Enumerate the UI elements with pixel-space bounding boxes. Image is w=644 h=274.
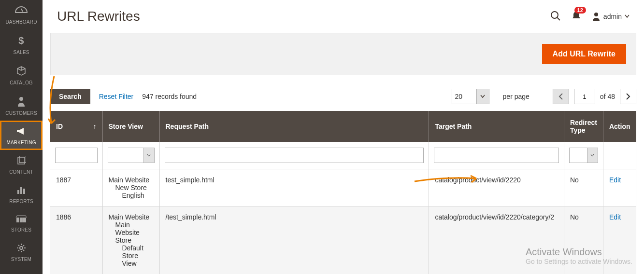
- svg-rect-2: [18, 157, 25, 164]
- svg-point-10: [20, 247, 23, 249]
- pager: of 48: [553, 89, 636, 104]
- cell-target: catalog/product/view/id/2220/category/2: [429, 206, 564, 274]
- sidebar-item-content[interactable]: CONTENT: [0, 150, 43, 179]
- sidebar-item-label: MARKETING: [6, 140, 36, 145]
- svg-rect-3: [19, 156, 26, 163]
- sidebar-item-label: SALES: [13, 50, 29, 55]
- cell-id: 1886: [50, 206, 102, 274]
- cell-store: Main Website New Store English: [102, 169, 159, 206]
- chevron-down-icon[interactable]: [587, 148, 598, 163]
- pager-page-input[interactable]: [574, 89, 595, 104]
- pager-next-button[interactable]: [620, 89, 636, 104]
- svg-rect-6: [23, 189, 25, 194]
- column-target-path[interactable]: Target Path: [429, 111, 564, 142]
- sidebar-item-label: SYSTEM: [11, 257, 31, 262]
- chevron-down-icon: [625, 14, 630, 18]
- table-row[interactable]: 1887 Main Website New Store English test…: [50, 169, 636, 206]
- sidebar-item-stores[interactable]: STORES: [0, 209, 43, 237]
- pager-prev-button[interactable]: [553, 89, 569, 104]
- page-title: URL Rewrites: [57, 9, 140, 24]
- notifications-badge: 12: [574, 7, 586, 14]
- action-bar: Add URL Rewrite: [50, 33, 636, 75]
- column-store-view[interactable]: Store View: [102, 111, 159, 142]
- sidebar-item-label: STORES: [11, 227, 31, 233]
- admin-sidebar: DASHBOARD $ SALES CATALOG CUSTOMERS MARK…: [0, 0, 43, 274]
- svg-line-12: [557, 17, 560, 20]
- filter-store-select[interactable]: [108, 148, 155, 163]
- cell-request: /test_simple.html: [159, 206, 429, 274]
- stores-icon: [2, 215, 41, 224]
- sidebar-item-dashboard[interactable]: DASHBOARD: [0, 0, 43, 29]
- gear-icon: [2, 243, 41, 254]
- column-action: Action: [603, 111, 636, 142]
- cell-redirect: No: [564, 169, 603, 206]
- dollar-icon: $: [2, 35, 41, 47]
- filter-redirect-select[interactable]: [569, 148, 598, 163]
- filter-request-input[interactable]: [165, 148, 424, 163]
- edit-link[interactable]: Edit: [609, 213, 621, 221]
- per-page-label: per page: [503, 93, 530, 100]
- filter-row: [50, 142, 636, 169]
- bars-icon: [2, 185, 41, 196]
- cell-request: test_simple.html: [159, 169, 429, 206]
- sidebar-item-label: CUSTOMERS: [5, 110, 37, 116]
- svg-text:$: $: [18, 35, 24, 46]
- search-button[interactable]: Search: [50, 89, 90, 104]
- sidebar-item-marketing[interactable]: MARKETING: [0, 121, 43, 150]
- sidebar-item-label: DASHBOARD: [5, 19, 37, 25]
- header-actions: 12 admin: [550, 11, 630, 23]
- edit-link[interactable]: Edit: [609, 176, 621, 184]
- filter-id-input[interactable]: [55, 148, 98, 163]
- column-request-path[interactable]: Request Path: [159, 111, 429, 142]
- svg-point-1: [19, 97, 23, 101]
- cell-target: catalog/product/view/id/2220: [429, 169, 564, 206]
- sidebar-item-system[interactable]: SYSTEM: [0, 237, 43, 267]
- pager-of-label: of 48: [600, 93, 615, 100]
- sort-arrow-icon: ↑: [93, 123, 97, 130]
- per-page-select[interactable]: 20: [452, 89, 489, 104]
- chevron-left-icon: [558, 93, 563, 100]
- main-content: URL Rewrites 12 admin Add URL Rewrite Se…: [43, 0, 644, 274]
- sidebar-item-label: CONTENT: [9, 169, 33, 175]
- chevron-down-icon[interactable]: [477, 89, 489, 104]
- dashboard-icon: [2, 6, 41, 16]
- user-icon: [592, 12, 601, 21]
- search-icon[interactable]: [550, 11, 561, 23]
- reset-filter-link[interactable]: Reset Filter: [99, 93, 134, 100]
- svg-point-11: [551, 12, 558, 18]
- sidebar-item-sales[interactable]: $ SALES: [0, 29, 43, 60]
- sheets-icon: [2, 156, 41, 166]
- grid-toolbar: Search Reset Filter 947 records found 20…: [50, 89, 636, 104]
- column-id[interactable]: ID ↑: [50, 111, 102, 142]
- sidebar-item-catalog[interactable]: CATALOG: [0, 60, 43, 90]
- chevron-right-icon: [626, 93, 630, 100]
- records-found: 947 records found: [142, 93, 197, 100]
- cell-redirect: No: [564, 206, 603, 274]
- column-redirect-type[interactable]: Redirect Type: [564, 111, 603, 142]
- svg-rect-9: [23, 218, 26, 222]
- sidebar-item-customers[interactable]: CUSTOMERS: [0, 90, 43, 121]
- svg-rect-8: [20, 218, 23, 222]
- sidebar-item-label: CATALOG: [10, 80, 33, 85]
- svg-point-13: [594, 13, 598, 16]
- sidebar-item-label: REPORTS: [9, 199, 33, 204]
- user-menu[interactable]: admin: [592, 12, 630, 21]
- table-row[interactable]: 1886 Main Website Main Website Store Def…: [50, 206, 636, 274]
- cell-store: Main Website Main Website Store Default …: [102, 206, 159, 274]
- filter-target-input[interactable]: [434, 148, 559, 163]
- per-page-value[interactable]: 20: [452, 89, 477, 104]
- svg-rect-5: [20, 187, 22, 194]
- chevron-down-icon[interactable]: [144, 148, 155, 163]
- user-label: admin: [603, 13, 622, 20]
- page-header: URL Rewrites 12 admin: [43, 0, 644, 33]
- notifications-icon[interactable]: 12: [572, 11, 581, 23]
- cell-id: 1887: [50, 169, 102, 206]
- add-url-rewrite-button[interactable]: Add URL Rewrite: [542, 44, 626, 64]
- person-icon: [2, 96, 41, 108]
- url-rewrites-grid: ID ↑ Store View Request Path Target Path…: [50, 111, 636, 274]
- svg-rect-7: [16, 218, 19, 222]
- megaphone-icon: [2, 126, 41, 137]
- cube-icon: [2, 66, 41, 77]
- sidebar-item-reports[interactable]: REPORTS: [0, 179, 43, 209]
- svg-rect-4: [17, 190, 19, 194]
